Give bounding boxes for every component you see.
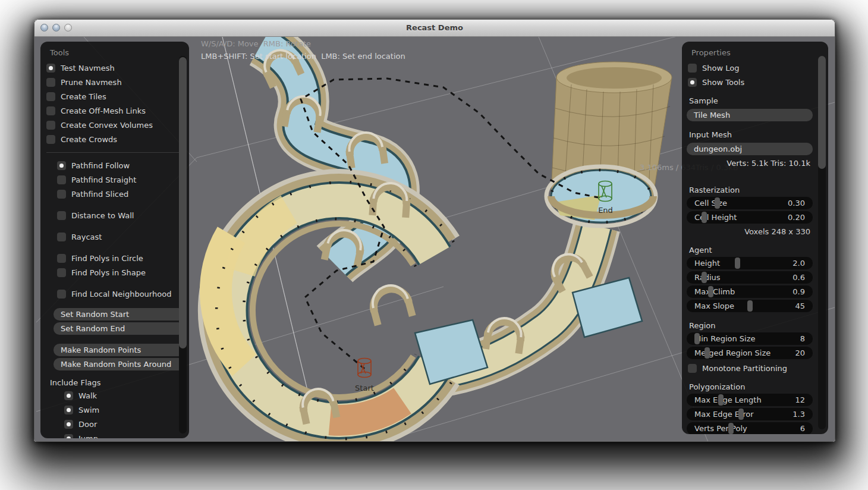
rasterization-title: Rasterization — [682, 178, 828, 197]
input-mesh-select[interactable]: dungeon.obj — [687, 143, 813, 155]
flag-walk[interactable]: Walk — [40, 388, 189, 403]
cell-size-slider[interactable]: Cell Size0.30 — [687, 197, 813, 209]
radio-icon — [46, 106, 55, 115]
tool-item-create-offmesh-links[interactable]: Create Off-Mesh Links — [40, 103, 189, 118]
radio-icon — [57, 233, 66, 241]
option-distance-to-wall[interactable]: Distance to Wall — [40, 208, 189, 222]
option-pathfind-sliced[interactable]: Pathfind Sliced — [40, 187, 189, 201]
slider-handle[interactable] — [694, 333, 700, 344]
properties-panel: Properties Show Log Show Tools Sample Ti… — [682, 42, 828, 434]
checkbox-icon — [64, 406, 73, 414]
properties-panel-title: Properties — [682, 42, 828, 61]
option-find-polys-shape[interactable]: Find Polys in Shape — [40, 265, 189, 279]
tools-panel: Tools Test Navmesh Prune Navmesh Create … — [40, 42, 189, 438]
radio-icon — [46, 135, 55, 144]
include-flags-label: Include Flags — [40, 372, 189, 388]
merged-region-size-slider[interactable]: Merged Region Size20 — [687, 347, 813, 359]
max-climb-slider[interactable]: Max Climb0.9 — [687, 285, 813, 298]
radio-icon — [46, 92, 55, 101]
slider-handle[interactable] — [715, 197, 720, 209]
radio-icon — [57, 268, 66, 277]
checkbox-icon — [688, 364, 697, 373]
properties-scrollbar-track[interactable] — [818, 56, 826, 429]
slider-handle[interactable] — [702, 272, 707, 283]
max-slope-slider[interactable]: Max Slope45 — [687, 300, 813, 312]
sample-select[interactable]: Tile Mesh — [687, 109, 813, 121]
min-region-size-slider[interactable]: Min Region Size8 — [687, 332, 813, 345]
slider-handle[interactable] — [735, 257, 740, 269]
flag-jump[interactable]: Jump — [40, 431, 189, 438]
radio-icon — [57, 190, 66, 199]
slider-handle[interactable] — [718, 394, 724, 406]
tool-item-prune-navmesh[interactable]: Prune Navmesh — [40, 75, 189, 89]
radio-icon — [46, 121, 55, 130]
verts-per-poly-slider[interactable]: Verts Per Poly6 — [687, 422, 813, 434]
tool-item-create-crowds[interactable]: Create Crowds — [40, 132, 189, 146]
radio-icon — [46, 64, 55, 73]
slider-handle[interactable] — [728, 423, 734, 434]
option-pathfind-straight[interactable]: Pathfind Straight — [40, 172, 189, 187]
checkbox-icon — [688, 64, 697, 73]
tool-item-create-convex-volumes[interactable]: Create Convex Volumes — [40, 118, 189, 132]
input-mesh-label: Input Mesh — [682, 123, 828, 142]
flag-swim[interactable]: Swim — [40, 403, 189, 417]
voxels-note: Voxels 248 x 330 — [682, 225, 828, 238]
max-edge-length-slider[interactable]: Max Edge Length12 — [687, 394, 813, 406]
option-find-local-neighbourhood[interactable]: Find Local Neighbourhood — [40, 287, 189, 301]
viewport[interactable]: W/S/A/D: Move RMB: Rotate LMB+SHIFT: Set… — [34, 37, 835, 442]
option-find-polys-circle[interactable]: Find Polys in Circle — [40, 251, 189, 265]
radio-icon — [57, 161, 66, 170]
tools-scrollbar-thumb[interactable] — [179, 57, 187, 348]
radio-icon — [46, 78, 55, 87]
tools-panel-title: Tools — [40, 42, 189, 61]
slider-handle[interactable] — [747, 300, 753, 312]
slider-handle[interactable] — [738, 409, 744, 420]
agent-radius-slider[interactable]: Radius0.6 — [687, 271, 813, 284]
toggle-show-tools[interactable]: Show Tools — [682, 75, 828, 89]
slider-handle[interactable] — [708, 286, 713, 297]
checkbox-icon — [64, 391, 73, 400]
sample-label: Sample — [682, 89, 828, 108]
make-random-points-button[interactable]: Make Random Points — [54, 344, 184, 356]
tools-scrollbar-track[interactable] — [179, 56, 187, 434]
radio-icon — [57, 254, 66, 263]
max-edge-error-slider[interactable]: Max Edge Error1.3 — [687, 408, 813, 420]
radio-icon — [57, 211, 66, 220]
tool-item-create-tiles[interactable]: Create Tiles — [40, 89, 189, 103]
radio-icon — [57, 175, 66, 184]
slider-handle[interactable] — [705, 347, 710, 359]
mesh-stats: Verts: 5.1k Tris: 10.1k — [682, 157, 828, 170]
toggle-monotone-partitioning[interactable]: Monotone Partitioning — [682, 361, 828, 375]
radio-icon — [57, 290, 66, 299]
checkbox-icon — [64, 420, 73, 429]
properties-scrollbar-thumb[interactable] — [818, 56, 826, 169]
make-random-points-around-button[interactable]: Make Random Points Around — [54, 358, 184, 370]
agent-height-slider[interactable]: Height2.0 — [687, 257, 813, 269]
toggle-show-log[interactable]: Show Log — [682, 61, 828, 75]
option-pathfind-follow[interactable]: Pathfind Follow — [40, 158, 189, 172]
option-raycast[interactable]: Raycast — [40, 230, 189, 244]
title-bar: Recast Demo — [34, 20, 835, 37]
checkbox-icon — [688, 78, 697, 87]
divider — [46, 152, 183, 153]
set-random-start-button[interactable]: Set Random Start — [54, 308, 184, 321]
cell-height-slider[interactable]: Cell Height0.20 — [687, 211, 813, 224]
region-title: Region — [682, 314, 828, 332]
agent-title: Agent — [682, 238, 828, 257]
window-title: Recast Demo — [34, 20, 835, 36]
app-window: Recast Demo — [34, 19, 835, 442]
tool-item-test-navmesh[interactable]: Test Navmesh — [40, 61, 189, 75]
flag-door[interactable]: Door — [40, 417, 189, 431]
set-random-end-button[interactable]: Set Random End — [54, 322, 184, 335]
checkbox-icon — [64, 434, 73, 439]
slider-handle[interactable] — [702, 212, 707, 223]
polygonization-title: Polygonization — [682, 375, 828, 394]
